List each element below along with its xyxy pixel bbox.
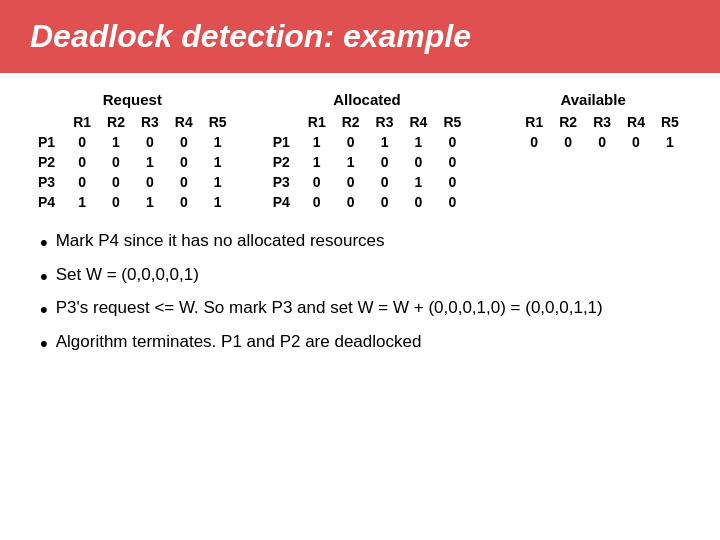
slide-title: Deadlock detection: example [30,18,471,54]
req-col-r3: R3 [133,112,167,132]
bullet-text: Algorithm terminates. P1 and P2 are dead… [56,331,690,354]
list-item: • Algorithm terminates. P1 and P2 are de… [40,331,690,359]
request-table: R1 R2 R3 R4 R5 P1 01001 P2 00101 [30,112,235,212]
bullet-text: P3's request <= W. So mark P3 and set W … [56,297,690,320]
req-col-r1: R1 [65,112,99,132]
table-row: P4 00000 [265,192,470,212]
bullet-icon: • [40,295,48,325]
allocated-header: Allocated [265,91,470,108]
bullet-icon: • [40,262,48,292]
table-row: 00001 [499,132,687,152]
table-row: P1 01001 [30,132,235,152]
list-item: • Mark P4 since it has no allocated reso… [40,230,690,258]
table-row: P1 10110 [265,132,470,152]
bullets-list: • Mark P4 since it has no allocated reso… [30,230,690,359]
available-group: Available R1 R2 R3 R4 R5 00001 [499,91,687,152]
content-area: Request R1 R2 R3 R4 R5 P1 01001 [0,91,720,359]
bullet-text: Set W = (0,0,0,0,1) [56,264,690,287]
bullet-icon: • [40,329,48,359]
bullet-icon: • [40,228,48,258]
bullet-text: Mark P4 since it has no allocated resour… [56,230,690,253]
allocated-table: R1 R2 R3 R4 R5 P1 10110 P2 11000 [265,112,470,212]
table-row: P3 00010 [265,172,470,192]
req-col-r5: R5 [201,112,235,132]
req-col-r2: R2 [99,112,133,132]
table-row: P2 00101 [30,152,235,172]
table-row: P4 10101 [30,192,235,212]
title-bar: Deadlock detection: example [0,0,720,73]
allocated-group: Allocated R1 R2 R3 R4 R5 P1 10110 [265,91,470,212]
list-item: • Set W = (0,0,0,0,1) [40,264,690,292]
request-group: Request R1 R2 R3 R4 R5 P1 01001 [30,91,235,212]
slide: Deadlock detection: example Request R1 R… [0,0,720,540]
list-item: • P3's request <= W. So mark P3 and set … [40,297,690,325]
table-row: P2 11000 [265,152,470,172]
request-header: Request [30,91,235,108]
table-section: Request R1 R2 R3 R4 R5 P1 01001 [30,91,690,212]
req-col-r4: R4 [167,112,201,132]
table-row: P3 00001 [30,172,235,192]
available-header: Available [499,91,687,108]
available-table: R1 R2 R3 R4 R5 00001 [499,112,687,152]
